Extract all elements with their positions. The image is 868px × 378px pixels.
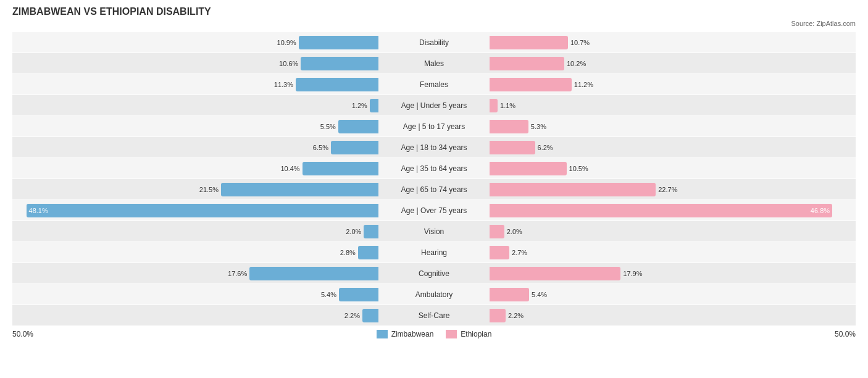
legend-label-zimbabwean: Zimbabwean — [391, 330, 434, 338]
left-cell-7: 21.5% — [12, 179, 378, 200]
bar-pink-7 — [490, 183, 656, 196]
right-label-outside-7: 22.7% — [658, 186, 677, 193]
right-cell-2: 11.2% — [490, 74, 856, 94]
chart-title: ZIMBABWEAN VS ETHIOPIAN DISABILITY — [12, 6, 856, 17]
center-cell-6: Age | 35 to 64 years — [378, 158, 490, 178]
bar-blue-8: 48.1% — [27, 204, 378, 217]
bar-blue-3 — [370, 99, 378, 112]
center-cell-3: Age | Under 5 years — [378, 95, 490, 116]
bar-blue-13 — [362, 309, 378, 322]
legend-box-zimbabwean — [377, 330, 388, 338]
footer-left-value: 50.0% — [12, 330, 33, 338]
bar-blue-9 — [364, 225, 378, 238]
left-cell-1: 10.6% — [12, 53, 378, 74]
left-label-outside-4: 5.5% — [320, 123, 336, 130]
right-cell-6: 10.5% — [490, 158, 856, 178]
chart-container: 10.9%10.6%11.3%1.2%5.5%6.5%10.4%21.5%48.… — [12, 32, 856, 326]
right-label-outside-3: 1.1% — [500, 102, 515, 109]
right-cell-1: 10.2% — [490, 53, 856, 74]
left-cell-9: 2.0% — [12, 221, 378, 242]
right-label-outside-0: 10.7% — [570, 39, 590, 46]
right-label-outside-2: 11.2% — [574, 81, 593, 88]
bar-pink-4 — [490, 120, 528, 133]
bar-pink-1 — [490, 57, 564, 70]
center-cell-13: Self-Care — [378, 305, 490, 326]
center-cell-4: Age | 5 to 17 years — [378, 116, 490, 136]
bar-pink-6 — [490, 162, 567, 175]
legend: Zimbabwean Ethiopian — [377, 330, 492, 338]
bar-pink-11 — [490, 267, 620, 280]
source-text: Source: ZipAtlas.com — [12, 20, 856, 27]
left-label-outside-12: 5.4% — [321, 291, 336, 298]
center-cell-2: Females — [378, 74, 490, 94]
center-cell-12: Ambulatory — [378, 284, 490, 304]
left-cell-5: 6.5% — [12, 137, 378, 158]
left-label-outside-9: 2.0% — [346, 228, 361, 235]
right-bar-label-8: 46.8% — [811, 207, 830, 214]
bar-blue-2 — [296, 78, 378, 91]
right-cell-7: 22.7% — [490, 179, 856, 200]
center-cell-0: Disability — [378, 32, 490, 52]
left-cell-6: 10.4% — [12, 158, 378, 178]
left-label-outside-3: 1.2% — [352, 102, 367, 109]
left-label-outside-11: 17.6% — [228, 270, 247, 277]
bar-blue-6 — [303, 162, 378, 175]
bar-pink-8: 46.8% — [490, 204, 832, 217]
legend-zimbabwean: Zimbabwean — [377, 330, 434, 338]
bar-blue-7 — [221, 183, 378, 196]
bar-pink-12 — [490, 288, 529, 301]
chart-footer: 50.0% Zimbabwean Ethiopian 50.0% — [12, 330, 856, 338]
bar-pink-3 — [490, 99, 498, 112]
bar-pink-5 — [490, 141, 535, 154]
left-cell-13: 2.2% — [12, 305, 378, 326]
left-cell-12: 5.4% — [12, 284, 378, 304]
legend-ethiopian: Ethiopian — [446, 330, 491, 338]
bar-blue-1 — [301, 57, 378, 70]
legend-box-ethiopian — [446, 330, 457, 338]
bar-pink-2 — [490, 78, 572, 91]
right-cell-12: 5.4% — [490, 284, 856, 304]
left-label-outside-10: 2.8% — [340, 249, 356, 256]
bar-blue-4 — [338, 120, 378, 133]
left-label-outside-1: 10.6% — [279, 60, 298, 67]
left-label-outside-7: 21.5% — [199, 186, 219, 193]
right-label-outside-13: 2.2% — [508, 312, 524, 319]
left-label-outside-5: 6.5% — [313, 144, 328, 151]
right-cell-0: 10.7% — [490, 32, 856, 52]
left-cell-2: 11.3% — [12, 74, 378, 94]
right-label-outside-1: 10.2% — [567, 60, 586, 67]
center-cell-1: Males — [378, 53, 490, 74]
right-label-outside-5: 6.2% — [538, 144, 553, 151]
footer-right-value: 50.0% — [835, 330, 856, 338]
center-cell-7: Age | 65 to 74 years — [378, 179, 490, 200]
left-cell-0: 10.9% — [12, 32, 378, 52]
right-cell-9: 2.0% — [490, 221, 856, 242]
center-cell-8: Age | Over 75 years — [378, 200, 490, 220]
right-cell-10: 2.7% — [490, 242, 856, 262]
bar-blue-11 — [249, 267, 378, 280]
right-label-outside-10: 2.7% — [512, 249, 527, 256]
left-bar-label-8: 48.1% — [29, 207, 48, 214]
center-cell-11: Cognitive — [378, 263, 490, 284]
left-cell-3: 1.2% — [12, 95, 378, 116]
right-label-outside-6: 10.5% — [569, 165, 588, 172]
bar-pink-10 — [490, 246, 509, 259]
left-cell-8: 48.1% — [12, 200, 378, 220]
left-cell-4: 5.5% — [12, 116, 378, 136]
right-label-outside-11: 17.9% — [623, 270, 642, 277]
bar-blue-12 — [339, 288, 378, 301]
legend-label-ethiopian: Ethiopian — [461, 330, 491, 338]
center-cell-5: Age | 18 to 34 years — [378, 137, 490, 158]
left-cell-10: 2.8% — [12, 242, 378, 262]
bar-blue-5 — [331, 141, 378, 154]
bar-pink-9 — [490, 225, 504, 238]
left-cell-11: 17.6% — [12, 263, 378, 284]
left-label-outside-2: 11.3% — [274, 81, 293, 88]
right-label-outside-4: 5.3% — [531, 123, 546, 130]
center-cell-9: Vision — [378, 221, 490, 242]
left-label-outside-13: 2.2% — [344, 312, 360, 319]
center-cell-10: Hearing — [378, 242, 490, 262]
right-cell-3: 1.1% — [490, 95, 856, 116]
left-label-outside-0: 10.9% — [277, 39, 296, 46]
right-label-outside-9: 2.0% — [507, 228, 522, 235]
